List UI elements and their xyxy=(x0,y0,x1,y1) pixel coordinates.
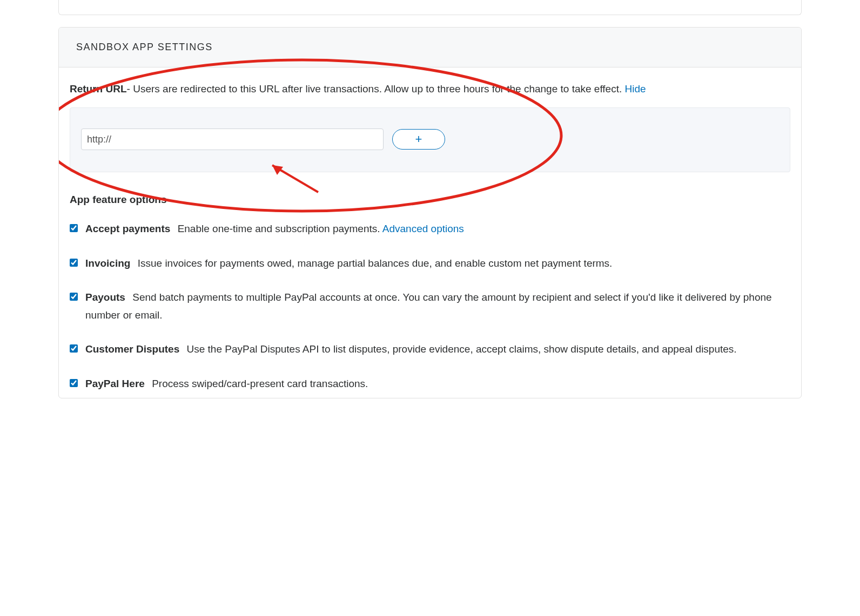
feature-text: PayPal Here Process swiped/card-present … xyxy=(85,375,790,392)
card-body: Return URL- Users are redirected to this… xyxy=(59,67,801,398)
feature-label: Payouts xyxy=(85,292,125,303)
feature-label: PayPal Here xyxy=(85,378,145,389)
return-url-input-block: + xyxy=(70,107,790,172)
sandbox-settings-card: SANDBOX APP SETTINGS Return URL- Users a… xyxy=(58,27,802,398)
add-url-button[interactable]: + xyxy=(392,129,445,150)
return-url-input[interactable] xyxy=(81,128,384,150)
checkbox-accept-payments[interactable] xyxy=(70,224,78,232)
advanced-options-link[interactable]: Advanced options xyxy=(382,223,464,234)
plus-icon: + xyxy=(415,133,422,145)
return-url-description-block: Return URL- Users are redirected to this… xyxy=(70,80,790,98)
feature-description: Send batch payments to multiple PayPal a… xyxy=(85,292,772,321)
feature-label: Accept payments xyxy=(85,223,170,234)
checkbox-payouts[interactable] xyxy=(70,293,78,301)
feature-payouts: Payouts Send batch payments to multiple … xyxy=(70,288,790,324)
feature-description: Process swiped/card-present card transac… xyxy=(152,378,368,389)
feature-description: Issue invoices for payments owed, manage… xyxy=(138,258,613,269)
card-header: SANDBOX APP SETTINGS xyxy=(59,28,801,67)
previous-card-fragment xyxy=(58,0,802,15)
feature-text: Payouts Send batch payments to multiple … xyxy=(85,288,790,324)
feature-description: Use the PayPal Disputes API to list disp… xyxy=(186,343,736,355)
feature-invoicing: Invoicing Issue invoices for payments ow… xyxy=(70,254,790,272)
checkbox-customer-disputes[interactable] xyxy=(70,344,78,353)
return-url-description: - Users are redirected to this URL after… xyxy=(127,83,625,94)
checkbox-invoicing[interactable] xyxy=(70,259,78,267)
checkbox-paypal-here[interactable] xyxy=(70,379,78,387)
feature-text: Customer Disputes Use the PayPal Dispute… xyxy=(85,340,790,358)
feature-customer-disputes: Customer Disputes Use the PayPal Dispute… xyxy=(70,340,790,358)
hide-link[interactable]: Hide xyxy=(625,83,646,94)
return-url-label: Return URL xyxy=(70,83,127,94)
feature-paypal-here: PayPal Here Process swiped/card-present … xyxy=(70,375,790,392)
feature-text: Accept payments Enable one-time and subs… xyxy=(85,220,790,238)
feature-description: Enable one-time and subscription payment… xyxy=(178,223,382,234)
feature-text: Invoicing Issue invoices for payments ow… xyxy=(85,254,790,272)
features-heading: App feature options xyxy=(70,194,790,206)
feature-label: Invoicing xyxy=(85,258,130,269)
card-header-title: SANDBOX APP SETTINGS xyxy=(76,42,784,53)
feature-list: Accept payments Enable one-time and subs… xyxy=(70,220,790,392)
feature-label: Customer Disputes xyxy=(85,343,179,355)
feature-accept-payments: Accept payments Enable one-time and subs… xyxy=(70,220,790,238)
